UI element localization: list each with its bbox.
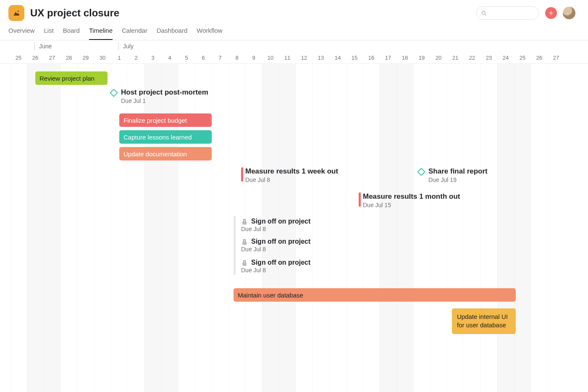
tab-workflow[interactable]: Workflow <box>197 27 222 40</box>
day-header: 13 <box>312 51 329 64</box>
header-right <box>476 6 580 20</box>
day-header: 25 <box>514 51 531 64</box>
day-header: 16 <box>363 51 380 64</box>
tab-overview[interactable]: Overview <box>8 27 35 40</box>
svg-point-1 <box>482 11 486 14</box>
milestone-due: Due Jul 1 <box>121 97 208 104</box>
task-bar[interactable]: Update internal UI for user database <box>452 308 516 334</box>
svg-point-0 <box>18 11 19 12</box>
day-header: 3 <box>144 51 161 64</box>
day-header: 1 <box>111 51 128 64</box>
task-bar[interactable]: Update documentation <box>119 147 212 160</box>
day-header: 19 <box>413 51 430 64</box>
month-label: June <box>34 42 52 50</box>
search-input[interactable] <box>476 6 539 20</box>
task-bar[interactable]: Finalize project budget <box>119 113 212 127</box>
day-header: 25 <box>10 51 27 64</box>
day-header: 4 <box>161 51 178 64</box>
day-header: 17 <box>380 51 396 64</box>
milestone-title: Measure results 1 week out <box>245 167 338 176</box>
tab-board[interactable]: Board <box>63 27 80 40</box>
day-header: 24 <box>497 51 514 64</box>
approval-due: Due Jul 8 <box>241 246 310 253</box>
day-header: 29 <box>77 51 94 64</box>
approval-due: Due Jul 8 <box>241 226 310 232</box>
day-header: 9 <box>245 51 262 64</box>
day-header: 10 <box>262 51 279 64</box>
day-header: 23 <box>480 51 497 64</box>
task-bar[interactable]: Review project plan <box>35 71 108 85</box>
month-header-row: JuneJuly <box>0 40 588 51</box>
milestone-marker <box>359 192 361 207</box>
approval-task[interactable]: Sign off on projectDue Jul 8 <box>241 238 310 253</box>
create-button[interactable] <box>545 7 557 19</box>
day-header: 18 <box>396 51 413 64</box>
milestone[interactable]: Measure results 1 week outDue Jul 8 <box>245 167 338 183</box>
diamond-icon <box>417 168 425 176</box>
task-bar[interactable]: Maintain user database <box>234 288 516 302</box>
view-tabs: OverviewListBoardTimelineCalendarDashboa… <box>0 21 588 40</box>
header-bar: UX project closure <box>0 0 588 21</box>
stamp-icon <box>241 239 248 245</box>
day-header: 8 <box>228 51 245 64</box>
milestone-marker <box>241 167 243 182</box>
milestone-title: Host project post-mortem <box>121 88 208 97</box>
day-header: 21 <box>447 51 464 64</box>
day-header: 14 <box>329 51 346 64</box>
plus-icon <box>548 10 554 16</box>
milestone-title: Measure results 1 month out <box>363 192 460 201</box>
day-header: 27 <box>548 51 564 64</box>
milestone-due: Due Jul 8 <box>245 176 338 183</box>
diamond-icon <box>110 89 118 97</box>
day-header: 7 <box>212 51 228 64</box>
approval-title: Sign off on project <box>241 259 310 266</box>
day-header: 5 <box>178 51 195 64</box>
day-header: 30 <box>94 51 111 64</box>
day-header: 20 <box>430 51 447 64</box>
milestone-due: Due Jul 15 <box>363 202 460 208</box>
tab-timeline[interactable]: Timeline <box>89 27 113 40</box>
day-header: 27 <box>44 51 60 64</box>
approval-task[interactable]: Sign off on projectDue Jul 8 <box>241 259 310 274</box>
stamp-icon <box>241 260 248 266</box>
tab-calendar[interactable]: Calendar <box>122 27 147 40</box>
task-bar[interactable]: Capture lessons learned <box>119 130 212 144</box>
tab-dashboard[interactable]: Dashboard <box>157 27 187 40</box>
day-header: 6 <box>195 51 212 64</box>
svg-line-2 <box>485 14 486 15</box>
day-header: 2 <box>128 51 144 64</box>
milestone-due: Due Jul 19 <box>428 176 488 183</box>
day-header: 26 <box>27 51 44 64</box>
day-header: 12 <box>296 51 312 64</box>
tasks-layer: Review project planHost project post-mor… <box>0 64 588 392</box>
approval-due: Due Jul 8 <box>241 267 310 274</box>
approval-title: Sign off on project <box>241 238 310 245</box>
month-label: July <box>118 42 134 50</box>
project-title: UX project closure <box>30 7 119 19</box>
project-icon <box>8 5 24 21</box>
milestone[interactable]: Measure results 1 month outDue Jul 15 <box>363 192 460 208</box>
approval-title: Sign off on project <box>241 218 310 225</box>
day-header: 22 <box>464 51 480 64</box>
day-header: 26 <box>531 51 548 64</box>
day-header: 11 <box>279 51 296 64</box>
approval-task[interactable]: Sign off on projectDue Jul 8 <box>241 218 310 232</box>
tab-list[interactable]: List <box>44 27 54 40</box>
day-header: 28 <box>60 51 77 64</box>
day-header-row: 2526272829301234567891011121314151617181… <box>0 51 588 64</box>
timeline-view[interactable]: JuneJuly 2526272829301234567891011121314… <box>0 40 588 392</box>
user-avatar[interactable] <box>563 7 575 19</box>
mountain-icon <box>13 9 20 17</box>
day-header: 15 <box>346 51 363 64</box>
approval-track <box>234 216 236 275</box>
search-icon <box>481 10 487 16</box>
stamp-icon <box>241 218 248 225</box>
milestone-title: Share final report <box>428 167 488 176</box>
milestone[interactable]: Share final reportDue Jul 19 <box>428 167 488 183</box>
milestone[interactable]: Host project post-mortemDue Jul 1 <box>121 88 208 104</box>
